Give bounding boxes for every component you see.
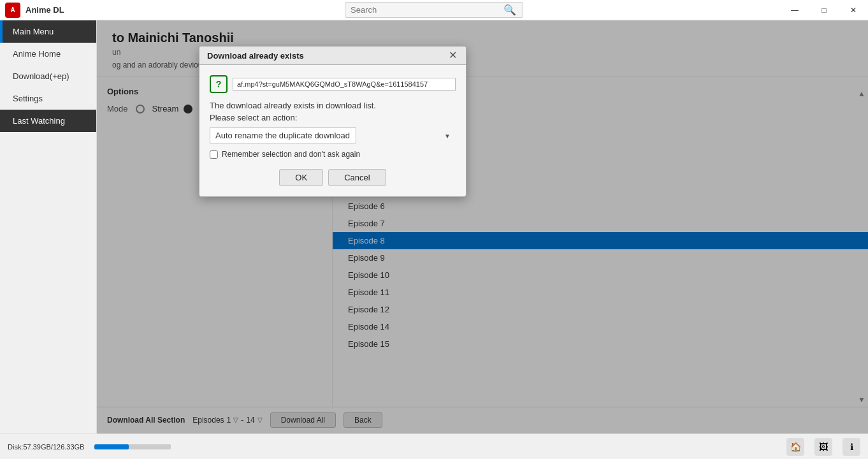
maximize-button[interactable]: □ bbox=[809, 0, 839, 20]
sidebar: Main Menu Anime Home Download(+ep) Setti… bbox=[0, 20, 97, 433]
image-icon-button[interactable]: 🖼 bbox=[814, 438, 832, 456]
modal-titlebar: Download already exists ✕ bbox=[199, 47, 466, 65]
close-button[interactable]: ✕ bbox=[839, 0, 868, 20]
remember-label: Remember selection and don't ask again bbox=[222, 150, 360, 159]
window-controls: — □ ✕ bbox=[780, 0, 868, 20]
info-icon-button[interactable]: ℹ bbox=[843, 438, 860, 456]
modal-dialog: Download already exists ✕ ? The download… bbox=[199, 46, 467, 197]
action-select-wrapper: Auto rename the duplicate download Skip … bbox=[210, 127, 456, 143]
content-area: to Mainichi Tanoshii un og and an adorab… bbox=[97, 20, 868, 433]
main-layout: Main Menu Anime Home Download(+ep) Setti… bbox=[0, 20, 868, 433]
home-icon-button[interactable]: 🏠 bbox=[786, 438, 804, 456]
status-icons: 🏠 🖼 ℹ bbox=[786, 438, 860, 456]
modal-body: ? The download already exists in downloa… bbox=[199, 65, 466, 196]
modal-url-row: ? bbox=[210, 75, 456, 93]
action-select[interactable]: Auto rename the duplicate download Skip … bbox=[210, 127, 356, 143]
search-icon-button[interactable]: 🔍 bbox=[503, 4, 516, 16]
cancel-button[interactable]: Cancel bbox=[328, 169, 386, 186]
question-icon: ? bbox=[210, 75, 228, 93]
sidebar-item-last-watching[interactable]: Last Watching bbox=[0, 110, 96, 132]
app-name: Anime DL bbox=[25, 5, 64, 15]
modal-buttons: OK Cancel bbox=[210, 169, 456, 186]
modal-select-row: Auto rename the duplicate download Skip … bbox=[210, 127, 456, 143]
disk-info: Disk:57.39GB/126.33GB bbox=[8, 443, 84, 451]
modal-url-input[interactable] bbox=[233, 78, 456, 91]
modal-select-label: Please select an action: bbox=[210, 113, 456, 122]
remember-checkbox[interactable] bbox=[210, 150, 218, 159]
search-bar[interactable]: 🔍 bbox=[345, 2, 523, 18]
modal-title: Download already exists bbox=[207, 51, 304, 61]
sidebar-item-main-menu[interactable]: Main Menu bbox=[0, 20, 96, 43]
status-bar: Disk:57.39GB/126.33GB 🏠 🖼 ℹ bbox=[0, 433, 868, 459]
sidebar-item-download[interactable]: Download(+ep) bbox=[0, 65, 96, 87]
search-input[interactable] bbox=[351, 5, 503, 15]
title-bar: A Anime DL 🔍 — □ ✕ bbox=[0, 0, 868, 20]
minimize-button[interactable]: — bbox=[780, 0, 809, 20]
app-logo: A bbox=[5, 3, 20, 18]
disk-bar-fill bbox=[94, 444, 129, 449]
modal-checkbox-row: Remember selection and don't ask again bbox=[210, 150, 456, 159]
modal-close-button[interactable]: ✕ bbox=[447, 50, 458, 61]
modal-overlay: Download already exists ✕ ? The download… bbox=[97, 20, 868, 433]
disk-bar-background bbox=[94, 444, 171, 449]
modal-info-text: The download already exists in download … bbox=[210, 101, 456, 110]
sidebar-item-anime-home[interactable]: Anime Home bbox=[0, 43, 96, 65]
ok-button[interactable]: OK bbox=[279, 169, 323, 186]
sidebar-item-settings[interactable]: Settings bbox=[0, 87, 96, 110]
